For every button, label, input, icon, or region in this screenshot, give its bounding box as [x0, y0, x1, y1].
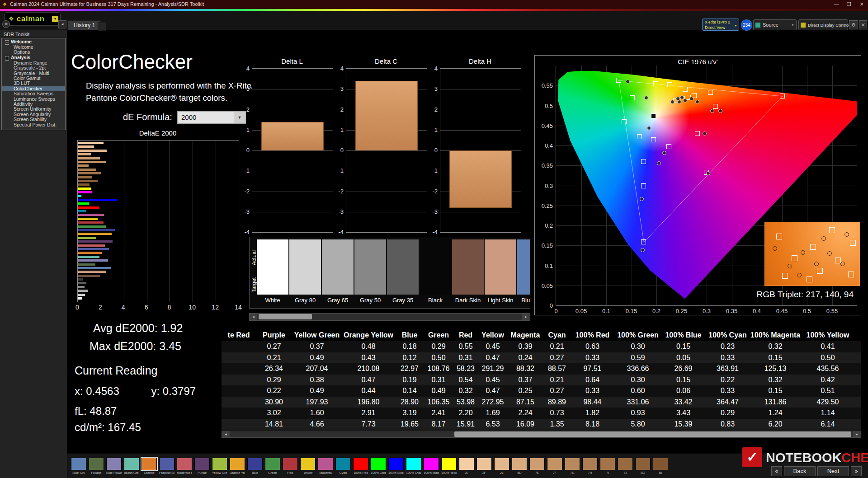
sequence-patch-7i[interactable]: 7I [600, 458, 615, 474]
tab-history-1[interactable]: History 1 [68, 20, 101, 30]
display-control-dropdown[interactable]: Direct Display Control ▼ [798, 19, 848, 30]
sequence-patch-swatch[interactable] [212, 458, 227, 470]
sequence-patch-swatch[interactable] [71, 458, 86, 470]
sequence-patch-swatch[interactable] [459, 458, 474, 470]
sequence-patch-purple[interactable]: Purple [194, 458, 210, 474]
sequence-patch-100-blue[interactable]: 100% Blue [388, 458, 404, 474]
sidebar-item-analysis[interactable]: Analysis [2, 55, 65, 61]
sequence-patch-swatch[interactable] [106, 458, 122, 470]
sequence-patch-swatch[interactable] [529, 458, 545, 470]
scroll-left-icon[interactable]: ◄ [250, 314, 257, 320]
maximize-button[interactable]: ❐ [843, 0, 855, 9]
patch-scrollbar-thumb[interactable] [259, 314, 312, 319]
calman-dropdown-icon[interactable]: ▼ [52, 16, 58, 22]
sequence-patch-2e[interactable]: 2E [459, 458, 474, 474]
sequence-patch-blue-sky[interactable]: Blue Sky [71, 458, 86, 474]
sequence-patch-swatch[interactable] [565, 458, 580, 470]
sequence-patch-swatch[interactable] [142, 458, 157, 470]
sequence-patch-swatch[interactable] [247, 458, 263, 470]
sequence-patch-swatch[interactable] [283, 458, 298, 470]
sidebar-collapse-button[interactable]: ◄ [58, 20, 66, 28]
sequence-patch-swatch[interactable] [476, 458, 492, 470]
sequence-patch-swatch[interactable] [230, 458, 245, 470]
sequence-patch-swatch[interactable] [406, 458, 421, 470]
sequence-patch-swatch[interactable] [335, 458, 351, 470]
last-page-button[interactable]: » [851, 466, 862, 476]
scroll-right-icon[interactable]: ► [522, 314, 530, 320]
sequence-patch-orange-yellow[interactable]: Orange Yellow [230, 458, 245, 474]
sequence-patch-2f[interactable]: 2F [476, 458, 492, 474]
sidebar-item-welcome[interactable]: Welcome [2, 39, 65, 45]
sequence-patch-bluish-green[interactable]: Bluish Green [124, 458, 139, 474]
sequence-patch-2l[interactable]: 2L [494, 458, 509, 474]
sidebar-item-spectral-power-dist-[interactable]: Spectral Power Dist. [2, 122, 65, 127]
sequence-patch-cyan[interactable]: Cyan [335, 458, 351, 474]
sidebar-item-luminance-sweeps[interactable]: Luminance Sweeps [2, 97, 65, 102]
sequence-patch-swatch[interactable] [371, 458, 386, 470]
close-window-button[interactable]: ✕ [855, 0, 868, 9]
sequence-patch-7h[interactable]: 7H [582, 458, 598, 474]
table-scrollbar-thumb[interactable] [454, 431, 851, 437]
sequence-patch-red[interactable]: Red [283, 458, 298, 474]
calman-menu-button[interactable]: ❖ calman ▼ [5, 12, 61, 26]
sequence-patch-foliage[interactable]: Foliage [89, 458, 104, 474]
sequence-patch-swatch[interactable] [194, 458, 210, 470]
back-button[interactable]: Back [784, 466, 816, 476]
sidebar-item-saturation-sweeps[interactable]: Saturation Sweeps [2, 91, 65, 96]
sequence-patch-swatch[interactable] [300, 458, 316, 470]
sequence-patch-swatch[interactable] [582, 458, 598, 470]
sequence-patch-yellow-green[interactable]: Yellow Green [212, 458, 227, 474]
source-dropdown[interactable]: Source ▼ [753, 19, 797, 30]
sequence-patch-bg[interactable]: BG [635, 458, 651, 474]
sidebar-item-welcome[interactable]: Welcome [2, 45, 65, 50]
sequence-patch-orange[interactable]: Orange [142, 458, 157, 474]
sequence-patch-100-magenta[interactable]: 100% Magenta [424, 458, 439, 474]
sequence-patch-swatch[interactable] [618, 458, 633, 470]
sequence-patch-swatch[interactable] [124, 458, 139, 470]
table-scroll-left-icon[interactable]: ◄ [222, 431, 230, 437]
sequence-patch-swatch[interactable] [635, 458, 651, 470]
sequence-patch-7g[interactable]: 7G [565, 458, 580, 474]
sequence-patch-swatch[interactable] [353, 458, 368, 470]
next-button[interactable]: Next [817, 466, 849, 476]
sidebar-item-screen-stability[interactable]: Screen Stability [2, 117, 65, 122]
sequence-patch-swatch[interactable] [600, 458, 615, 470]
meter-device-button[interactable]: X-Rite i1Pro 2 Direct View ▼ [702, 19, 739, 31]
sequence-patch-swatch[interactable] [177, 458, 192, 470]
tab-stub[interactable] [98, 22, 106, 31]
sequence-patch-swatch[interactable] [441, 458, 457, 470]
sequence-patch-5d[interactable]: 5D [512, 458, 527, 474]
sequence-patch-100-red[interactable]: 100% Red [353, 458, 368, 474]
sequence-patch-bi[interactable]: BI [653, 458, 668, 474]
meter-count-badge[interactable]: 234 [741, 19, 752, 31]
de-formula-dropdown[interactable]: 2000 ▼ [177, 111, 246, 124]
sidebar-item-grayscale-2pt[interactable]: Grayscale - 2pt [2, 66, 65, 70]
sequence-patch-swatch[interactable] [494, 458, 509, 470]
sequence-patch-7e[interactable]: 7E [529, 458, 545, 474]
sequence-patch-swatch[interactable] [653, 458, 668, 470]
sequence-patch-100-green[interactable]: 100% Green [371, 458, 386, 474]
table-scroll-right-icon[interactable]: ► [853, 431, 861, 437]
sequence-patch-7j[interactable]: 7J [618, 458, 633, 474]
patch-scrollbar[interactable]: ◄ ► [249, 313, 530, 321]
sequence-patch-swatch[interactable] [265, 458, 280, 470]
sequence-patch-swatch[interactable] [318, 458, 333, 470]
table-scrollbar[interactable]: ◄ ► [222, 431, 861, 438]
sidebar-item-color-gamut[interactable]: Color Gamut [2, 76, 65, 81]
sequence-patch-green[interactable]: Green [265, 458, 280, 474]
sequence-patch-blue-flower[interactable]: Blue Flower [106, 458, 122, 474]
sequence-patch-purplish-blue[interactable]: Purplish Blue [159, 458, 175, 474]
sequence-patch-swatch[interactable] [424, 458, 439, 470]
sequence-patch-100-cyan[interactable]: 100% Cyan [406, 458, 421, 474]
sequence-patch-swatch[interactable] [159, 458, 175, 470]
first-page-button[interactable]: « [771, 466, 782, 476]
minimize-button[interactable]: — [830, 0, 843, 9]
sequence-patch-magenta[interactable]: Magenta [318, 458, 333, 474]
sequence-patch-blue[interactable]: Blue [247, 458, 263, 474]
sequence-patch-yellow[interactable]: Yellow [300, 458, 316, 474]
sequence-patch-7f[interactable]: 7F [547, 458, 562, 474]
sequence-patch-moderate-red[interactable]: Moderate Red [177, 458, 192, 474]
workflow-menu-icon[interactable]: ◉ [2, 20, 10, 28]
sequence-patch-100-yellow[interactable]: 100% Yellow [441, 458, 457, 474]
close-panel-button[interactable]: ✕ [859, 20, 867, 29]
